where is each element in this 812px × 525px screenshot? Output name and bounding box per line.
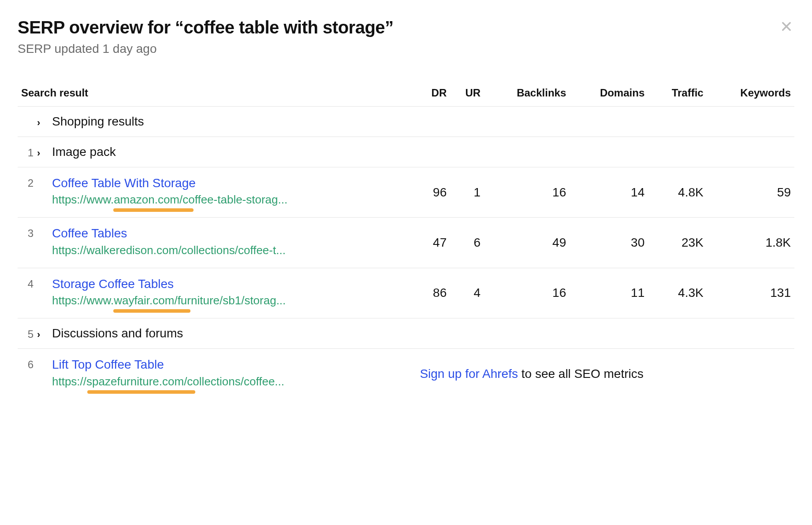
result-cell: Coffee Tableshttps://walkeredison.com/co… (48, 218, 416, 268)
table-row: 4Storage Coffee Tableshttps://www.wayfai… (18, 268, 794, 318)
table-row: 1›Image pack (18, 137, 794, 167)
col-backlinks: Backlinks (484, 87, 570, 107)
table-row: ›Shopping results (18, 107, 794, 137)
expand-cell (35, 167, 48, 218)
table-row: 2Coffee Table With Storagehttps://www.am… (18, 167, 794, 218)
highlight-underline (113, 208, 194, 212)
page-title: SERP overview for “coffee table with sto… (18, 18, 394, 37)
metric-keywords: 59 (707, 167, 794, 218)
metric-domains: 14 (570, 167, 648, 218)
metric-backlinks: 16 (484, 268, 570, 318)
result-title-link[interactable]: Storage Coffee Tables (52, 276, 413, 292)
position (18, 107, 35, 137)
result-title-link[interactable]: Lift Top Coffee Table (52, 357, 413, 373)
serp-feature-label: Shopping results (52, 115, 413, 129)
metric-domains: 30 (570, 218, 648, 268)
result-title-link[interactable]: Coffee Table With Storage (52, 175, 413, 191)
metric-traffic: 23K (648, 218, 707, 268)
header: SERP overview for “coffee table with sto… (18, 18, 794, 56)
metric-backlinks: 49 (484, 218, 570, 268)
position: 6 (18, 349, 35, 399)
cta-cell: Sign up for Ahrefs to see all SEO metric… (416, 349, 794, 399)
update-timestamp: SERP updated 1 day ago (18, 42, 394, 56)
result-cell: Storage Coffee Tableshttps://www.wayfair… (48, 268, 416, 318)
position: 4 (18, 268, 35, 318)
signup-link[interactable]: Sign up for Ahrefs (420, 367, 518, 381)
table-row: 3Coffee Tableshttps://walkeredison.com/c… (18, 218, 794, 268)
col-keywords: Keywords (707, 87, 794, 107)
chevron-right-icon[interactable]: › (37, 117, 40, 129)
metric-keywords: 1.8K (707, 218, 794, 268)
result-cell: Image pack (48, 137, 416, 167)
col-traffic: Traffic (648, 87, 707, 107)
result-url[interactable]: https://walkeredison.com/collections/cof… (52, 244, 286, 257)
expand-cell (35, 218, 48, 268)
highlight-underline (87, 390, 195, 394)
metric-dr: 96 (416, 167, 450, 218)
result-url[interactable]: https://www.amazon.com/coffee-table-stor… (52, 193, 287, 207)
serp-feature-label: Image pack (52, 145, 413, 159)
col-search-result: Search result (18, 87, 416, 107)
table-row: 6Lift Top Coffee Tablehttps://spazefurni… (18, 349, 794, 399)
table-row: 5›Discussions and forums (18, 318, 794, 349)
result-url[interactable]: https://www.wayfair.com/furniture/sb1/st… (52, 294, 286, 307)
metric-ur: 6 (450, 218, 484, 268)
close-icon[interactable] (778, 18, 794, 37)
serp-table: Search result DR UR Backlinks Domains Tr… (18, 87, 794, 399)
result-cell: Discussions and forums (48, 318, 416, 349)
metric-traffic: 4.3K (648, 268, 707, 318)
result-cell: Shopping results (48, 107, 416, 137)
metric-backlinks: 16 (484, 167, 570, 218)
expand-cell (35, 349, 48, 399)
position: 5 (18, 318, 35, 349)
metric-domains: 11 (570, 268, 648, 318)
chevron-right-icon[interactable]: › (37, 148, 40, 159)
position: 2 (18, 167, 35, 218)
result-cell: Coffee Table With Storagehttps://www.ama… (48, 167, 416, 218)
metric-keywords: 131 (707, 268, 794, 318)
col-dr: DR (416, 87, 450, 107)
metric-dr: 86 (416, 268, 450, 318)
expand-cell[interactable]: › (35, 107, 48, 137)
col-domains: Domains (570, 87, 648, 107)
col-ur: UR (450, 87, 484, 107)
position: 3 (18, 218, 35, 268)
expand-cell (35, 268, 48, 318)
chevron-right-icon[interactable]: › (37, 329, 40, 340)
result-cell: Lift Top Coffee Tablehttps://spazefurnit… (48, 349, 416, 399)
highlight-underline (113, 309, 190, 313)
expand-cell[interactable]: › (35, 318, 48, 349)
result-title-link[interactable]: Coffee Tables (52, 226, 413, 241)
cta-rest: to see all SEO metrics (518, 367, 644, 381)
metric-ur: 4 (450, 268, 484, 318)
expand-cell[interactable]: › (35, 137, 48, 167)
metric-ur: 1 (450, 167, 484, 218)
serp-feature-label: Discussions and forums (52, 326, 413, 340)
position: 1 (18, 137, 35, 167)
result-url[interactable]: https://spazefurniture.com/collections/c… (52, 375, 284, 388)
metric-traffic: 4.8K (648, 167, 707, 218)
metric-dr: 47 (416, 218, 450, 268)
